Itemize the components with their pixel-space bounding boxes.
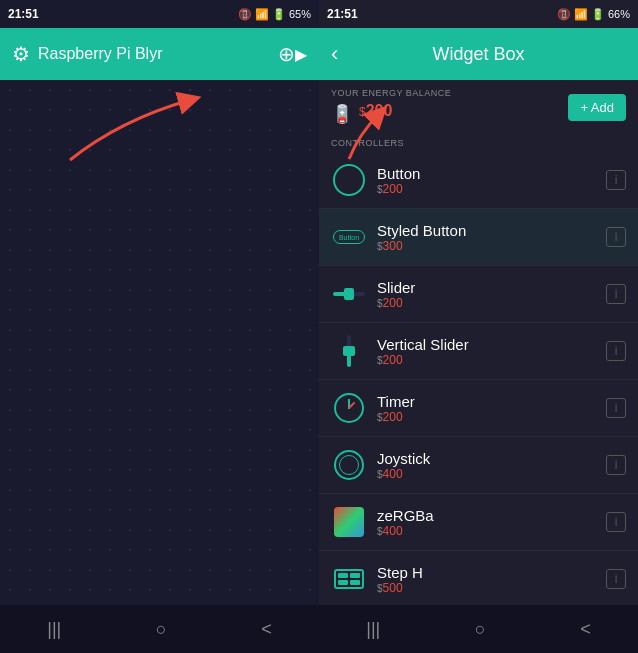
right-menu-icon[interactable]: ||| [366, 619, 380, 640]
battery-percent: 65% [289, 8, 311, 20]
joystick-icon-wrap [331, 447, 367, 483]
widget-item-styled-button[interactable]: Button Styled Button $300 i [319, 209, 638, 266]
timer-info-icon[interactable]: i [606, 398, 626, 418]
left-back-icon[interactable]: < [261, 619, 272, 640]
slider-info-icon[interactable]: i [606, 284, 626, 304]
left-title: Raspberry Pi Blyr [38, 45, 278, 63]
slider-icon-wrap [331, 276, 367, 312]
right-signal-icon: 📵 [557, 8, 571, 21]
right-battery-percent: 66% [608, 8, 630, 20]
battery-icon: 🔋 [272, 8, 286, 21]
left-status-icons: 📵 📶 🔋 65% [238, 8, 311, 21]
steph-icon [334, 569, 364, 589]
wifi-icon: 📶 [255, 8, 269, 21]
button-icon [333, 164, 365, 196]
vslider-info: Vertical Slider $200 [377, 336, 606, 367]
red-arrow-left [40, 90, 240, 170]
right-battery-icon: 🔋 [591, 8, 605, 21]
steph-name: Step H [377, 564, 606, 581]
zergba-name: zeRGBa [377, 507, 606, 524]
widget-item-steph[interactable]: Step H $500 i [319, 551, 638, 605]
vslider-icon [347, 335, 351, 367]
widget-item-joystick[interactable]: Joystick $400 i [319, 437, 638, 494]
timer-info: Timer $200 [377, 393, 606, 424]
slider-name: Slider [377, 279, 606, 296]
right-header: ‹ Widget Box [319, 28, 638, 80]
zergba-icon-wrap [331, 504, 367, 540]
energy-label: YOUR ENERGY BALANCE [331, 88, 451, 98]
signal-icon: 📵 [238, 8, 252, 21]
styled-button-info: Styled Button $300 [377, 222, 606, 253]
widget-item-zergba[interactable]: zeRGBa $400 i [319, 494, 638, 551]
vslider-name: Vertical Slider [377, 336, 606, 353]
vslider-cost: $200 [377, 353, 606, 367]
joystick-name: Joystick [377, 450, 606, 467]
right-panel: 21:51 📵 📶 🔋 66% ‹ Widget Box YOUR ENERGY… [319, 0, 638, 653]
zergba-cost: $400 [377, 524, 606, 538]
left-panel: 21:51 📵 📶 🔋 65% ⚙ Raspberry Pi Blyr ⊕ ▶ … [0, 0, 319, 653]
timer-icon [334, 393, 364, 423]
left-header: ⚙ Raspberry Pi Blyr ⊕ ▶ [0, 28, 319, 80]
zergba-info: zeRGBa $400 [377, 507, 606, 538]
steph-info: Step H $500 [377, 564, 606, 595]
right-time: 21:51 [327, 7, 358, 21]
button-info-icon[interactable]: i [606, 170, 626, 190]
button-cost: $200 [377, 182, 606, 196]
vslider-icon-wrap [331, 333, 367, 369]
styled-button-icon-wrap: Button [331, 219, 367, 255]
slider-icon [333, 292, 365, 296]
joystick-info: Joystick $400 [377, 450, 606, 481]
button-name: Button [377, 165, 606, 182]
steph-icon-wrap [331, 561, 367, 597]
widget-item-slider[interactable]: Slider $200 i [319, 266, 638, 323]
styled-button-name: Styled Button [377, 222, 606, 239]
joystick-cost: $400 [377, 467, 606, 481]
button-icon-wrap [331, 162, 367, 198]
right-title: Widget Box [432, 44, 524, 65]
steph-cost: $500 [377, 581, 606, 595]
add-icon[interactable]: ⊕ [278, 42, 295, 66]
vslider-info-icon[interactable]: i [606, 341, 626, 361]
add-widget-button[interactable]: + Add [568, 94, 626, 121]
slider-info: Slider $200 [377, 279, 606, 310]
left-navbar: ||| ○ < [0, 605, 319, 653]
back-button[interactable]: ‹ [331, 41, 338, 67]
right-content: YOUR ENERGY BALANCE 🪫 $200 + Add [319, 80, 638, 605]
joystick-info-icon[interactable]: i [606, 455, 626, 475]
widget-item-timer[interactable]: Timer $200 i [319, 380, 638, 437]
styled-button-cost: $300 [377, 239, 606, 253]
left-menu-icon[interactable]: ||| [47, 619, 61, 640]
right-statusbar: 21:51 📵 📶 🔋 66% [319, 0, 638, 28]
slider-cost: $200 [377, 296, 606, 310]
steph-info-icon[interactable]: i [606, 569, 626, 589]
styled-button-info-icon[interactable]: i [606, 227, 626, 247]
timer-name: Timer [377, 393, 606, 410]
right-back-icon[interactable]: < [580, 619, 591, 640]
styled-button-icon: Button [333, 230, 365, 244]
left-home-icon[interactable]: ○ [156, 619, 167, 640]
timer-icon-wrap [331, 390, 367, 426]
right-home-icon[interactable]: ○ [475, 619, 486, 640]
zergba-info-icon[interactable]: i [606, 512, 626, 532]
left-content [0, 80, 319, 605]
button-info: Button $200 [377, 165, 606, 196]
play-icon[interactable]: ▶ [295, 45, 307, 64]
zergba-icon [334, 507, 364, 537]
timer-cost: $200 [377, 410, 606, 424]
right-wifi-icon: 📶 [574, 8, 588, 21]
right-navbar: ||| ○ < [319, 605, 638, 653]
widget-item-button[interactable]: Button $200 i [319, 152, 638, 209]
widget-item-vslider[interactable]: Vertical Slider $200 i [319, 323, 638, 380]
right-status-icons: 📵 📶 🔋 66% [557, 8, 630, 21]
joystick-icon [334, 450, 364, 480]
settings-icon[interactable]: ⚙ [12, 42, 30, 66]
left-time: 21:51 [8, 7, 39, 21]
left-statusbar: 21:51 📵 📶 🔋 65% [0, 0, 319, 28]
